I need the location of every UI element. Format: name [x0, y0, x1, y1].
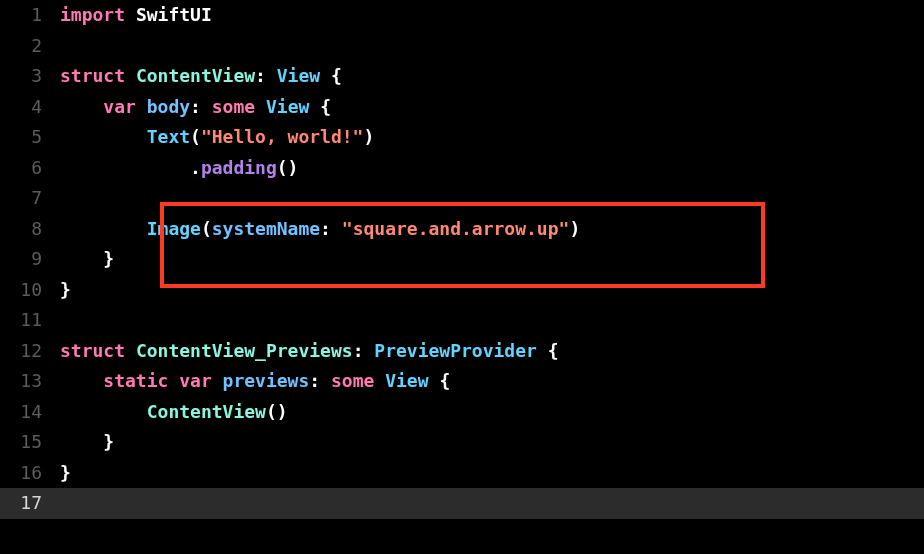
punct-rparen: )	[569, 218, 580, 239]
punct-lparen: (	[266, 401, 277, 422]
punct-lbrace: {	[331, 65, 342, 86]
line-number: 15	[0, 427, 60, 458]
line-number: 8	[0, 214, 60, 245]
punct-lparen: (	[201, 218, 212, 239]
punct-colon: :	[255, 65, 266, 86]
module-swiftui: SwiftUI	[136, 4, 212, 25]
string-sfsymbol: "square.and.arrow.up"	[342, 218, 570, 239]
keyword-static: static	[103, 370, 168, 391]
punct-rparen: )	[277, 401, 288, 422]
punct-lbrace: {	[320, 96, 331, 117]
code-line[interactable]: 2	[0, 31, 924, 62]
line-number: 1	[0, 0, 60, 31]
punct-rbrace: }	[60, 279, 71, 300]
punct-rbrace: }	[103, 431, 114, 452]
code-editor[interactable]: 1 import SwiftUI 2 3 struct ContentView:…	[0, 0, 924, 554]
punct-rparen: )	[363, 126, 374, 147]
punct-lparen: (	[277, 157, 288, 178]
line-number: 6	[0, 153, 60, 184]
keyword-some: some	[331, 370, 374, 391]
line-number: 4	[0, 92, 60, 123]
keyword-import: import	[60, 4, 125, 25]
code-line-current[interactable]: 17	[0, 488, 924, 519]
code-line[interactable]: 10 }	[0, 275, 924, 306]
method-padding: padding	[201, 157, 277, 178]
type-previewprovider: PreviewProvider	[374, 340, 537, 361]
punct-lparen: (	[190, 126, 201, 147]
code-line[interactable]: 3 struct ContentView: View {	[0, 61, 924, 92]
keyword-some: some	[212, 96, 255, 117]
code-line[interactable]: 6 .padding()	[0, 153, 924, 184]
code-line[interactable]: 1 import SwiftUI	[0, 0, 924, 31]
punct-rbrace: }	[60, 462, 71, 483]
punct-colon: :	[320, 218, 331, 239]
line-number: 16	[0, 458, 60, 489]
code-line[interactable]: 7	[0, 183, 924, 214]
type-image: Image	[147, 218, 201, 239]
code-line[interactable]: 11	[0, 305, 924, 336]
line-number: 13	[0, 366, 60, 397]
code-line[interactable]: 16 }	[0, 458, 924, 489]
code-line[interactable]: 14 ContentView()	[0, 397, 924, 428]
ident-previews: previews	[223, 370, 310, 391]
punct-lbrace: {	[548, 340, 559, 361]
code-line[interactable]: 5 Text("Hello, world!")	[0, 122, 924, 153]
punct-colon: :	[190, 96, 201, 117]
ident-body: body	[147, 96, 190, 117]
type-contentview-previews: ContentView_Previews	[136, 340, 353, 361]
keyword-struct: struct	[60, 340, 125, 361]
code-line[interactable]: 9 }	[0, 244, 924, 275]
punct-rbrace: }	[103, 248, 114, 269]
punct-rparen: )	[288, 157, 299, 178]
type-view: View	[385, 370, 428, 391]
keyword-var: var	[179, 370, 212, 391]
line-number: 10	[0, 275, 60, 306]
param-systemname: systemName	[212, 218, 320, 239]
type-view: View	[266, 96, 309, 117]
code-line[interactable]: 12 struct ContentView_Previews: PreviewP…	[0, 336, 924, 367]
type-view: View	[277, 65, 320, 86]
type-text: Text	[147, 126, 190, 147]
code-line[interactable]: 4 var body: some View {	[0, 92, 924, 123]
string-hello: "Hello, world!"	[201, 126, 364, 147]
line-number: 17	[0, 488, 60, 519]
line-number: 5	[0, 122, 60, 153]
line-number: 2	[0, 31, 60, 62]
line-number: 9	[0, 244, 60, 275]
punct-dot: .	[190, 157, 201, 178]
line-number: 11	[0, 305, 60, 336]
line-number: 3	[0, 61, 60, 92]
punct-colon: :	[309, 370, 320, 391]
punct-colon: :	[353, 340, 364, 361]
code-line[interactable]: 15 }	[0, 427, 924, 458]
line-number: 12	[0, 336, 60, 367]
code-line[interactable]: 8 Image(systemName: "square.and.arrow.up…	[0, 214, 924, 245]
keyword-var: var	[103, 96, 136, 117]
line-number: 7	[0, 183, 60, 214]
keyword-struct: struct	[60, 65, 125, 86]
punct-lbrace: {	[439, 370, 450, 391]
code-line[interactable]: 13 static var previews: some View {	[0, 366, 924, 397]
line-number: 14	[0, 397, 60, 428]
type-contentview: ContentView	[136, 65, 255, 86]
call-contentview: ContentView	[147, 401, 266, 422]
